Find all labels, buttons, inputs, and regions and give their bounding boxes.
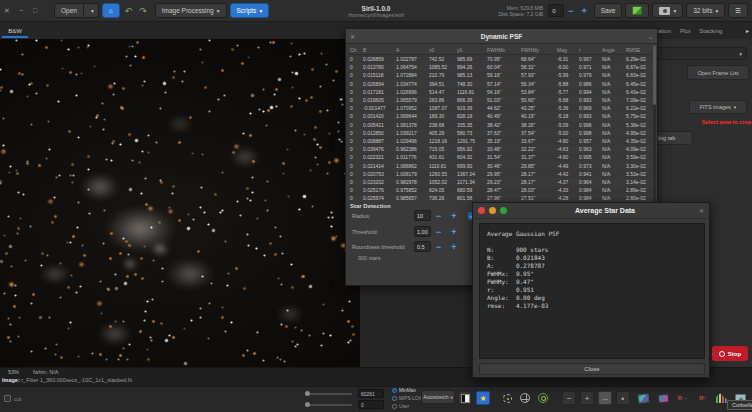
image-canvas[interactable]	[0, 39, 360, 367]
table-row[interactable]: 00.0151181.072884210.79985.1359.16"57.93…	[348, 71, 654, 79]
one-to-one-button[interactable]: ▪	[616, 391, 630, 405]
open-frame-list-button[interactable]: Open Frame List	[687, 65, 749, 80]
table-row[interactable]: 00.0251760.975852624.05680.5928.47"28.03…	[348, 186, 654, 194]
radio-mips-lo-hi[interactable]: MIPS-LO/HI	[392, 396, 425, 401]
fit-to-window-button[interactable]: ↔	[598, 391, 612, 405]
maximize-window-icon[interactable]: □	[28, 7, 42, 14]
fits-images-dropdown[interactable]: FITS images▾	[689, 100, 747, 114]
table-row[interactable]: 00.0137801.0647541085.52994.2660.04"58.3…	[348, 63, 654, 71]
tab-plot[interactable]: Plot	[680, 28, 690, 34]
table-row[interactable]: 00.0232020.9829781052.021171.3429.23"28.…	[348, 178, 654, 186]
table-row[interactable]: 00.0171811.026996514.471116.8154.16"53.8…	[348, 88, 654, 96]
open-button[interactable]: Open	[54, 3, 84, 18]
rgb-shift-button[interactable]: R→	[676, 391, 690, 405]
save-as-button[interactable]	[625, 3, 649, 18]
threshold-input[interactable]: 1.00	[414, 226, 431, 237]
tab-scroll-arrow-icon[interactable]: ▸	[746, 27, 749, 34]
hi-slider-handle[interactable]	[305, 391, 310, 396]
roundness-input[interactable]: 0.5	[414, 241, 431, 252]
hi-value-input[interactable]: 60261	[358, 389, 384, 398]
table-row[interactable]: 00.0014201.069644189.30828.1940.49"40.19…	[348, 112, 654, 120]
scripts-button[interactable]: Scripts▾	[230, 3, 270, 18]
galaxy-blob	[272, 302, 308, 326]
table-row[interactable]: 00.0214141.0868621110.61699.9030.46"29.8…	[348, 161, 654, 169]
table-row[interactable]: 00.0268941.034774394.51748.3057.14"56.34…	[348, 80, 654, 88]
roundness-plus-button[interactable]: +	[446, 242, 461, 252]
avg-psf-text: Average Gaussian PSF N: 900 stars B: 0.0…	[480, 224, 704, 316]
crop-warning-text: Select area to crop	[679, 119, 751, 125]
close-button[interactable]: Close	[479, 363, 705, 375]
cut-checkbox-icon[interactable]	[4, 395, 11, 402]
minimize-window-icon[interactable]: −	[14, 7, 28, 14]
maximize-traffic-light-icon[interactable]	[500, 207, 507, 214]
snapshot-button[interactable]: ▾	[652, 3, 683, 18]
radio-icon[interactable]	[392, 388, 397, 393]
photometry-button[interactable]	[500, 391, 514, 405]
lo-value-input[interactable]: 0	[358, 400, 384, 409]
threshold-minus-button[interactable]: −	[431, 227, 446, 237]
table-row[interactable]: 00.0196051.065579263.86666.3951.03"50.60…	[348, 96, 654, 104]
image-processing-button[interactable]: Image Processing▾	[155, 3, 227, 18]
lo-slider-handle[interactable]	[305, 402, 310, 407]
astrometry-button[interactable]	[518, 391, 532, 405]
radio-user[interactable]: User	[392, 404, 409, 409]
histogram-button[interactable]	[714, 391, 728, 405]
false-color-button[interactable]	[656, 391, 670, 405]
negative-view-button[interactable]	[636, 391, 650, 405]
save-button[interactable]: Save	[594, 3, 623, 18]
table-row[interactable]: 0-0.0014771.0709521087.07919.3944.62"43.…	[348, 104, 654, 112]
tab-ration[interactable]: ration	[656, 28, 671, 34]
radio-icon[interactable]	[392, 396, 397, 401]
psf-dialog-titlebar[interactable]: ✕ Dynamic PSF ⌄	[346, 29, 657, 44]
rgb-align-button[interactable]: R↑	[696, 391, 710, 405]
zoom-out-button[interactable]: −	[562, 391, 576, 405]
table-row[interactable]: 00.0268591.022787742.52985.6970.95"68.64…	[348, 55, 654, 63]
radius-input[interactable]: 10	[414, 210, 431, 221]
lo-slider[interactable]	[306, 404, 352, 406]
spin-minus-button[interactable]: −	[564, 6, 577, 16]
background-sample-button[interactable]	[536, 391, 550, 405]
table-row[interactable]: 00.0128501.039217405.29580.7337.63"37.54…	[348, 129, 654, 137]
spin-plus-button[interactable]: +	[577, 6, 590, 16]
photo-teal-icon	[637, 393, 649, 403]
threshold-plus-button[interactable]: +	[446, 227, 461, 237]
psf-table-scrollbar[interactable]	[653, 45, 656, 203]
radio-icon[interactable]	[392, 404, 397, 409]
bit-depth-dropdown[interactable]: 32 bits▾	[686, 3, 725, 18]
undo-icon[interactable]: ↶	[125, 6, 135, 16]
home-button[interactable]: ⌂	[102, 3, 120, 18]
roundness-minus-button[interactable]: −	[431, 242, 446, 252]
autostretch-dropdown[interactable]: Autostretch▾	[421, 390, 455, 404]
radio-minmax[interactable]: MinMax	[392, 388, 416, 393]
scrollbar-thumb[interactable]	[653, 45, 656, 105]
close-traffic-light-icon[interactable]	[478, 207, 485, 214]
hamburger-menu-icon: ☰	[735, 7, 741, 15]
table-row[interactable]: 00.0054211.081378238.68335.3538.42"38.26…	[348, 121, 654, 129]
cut-toggle[interactable]: cut	[4, 395, 21, 402]
bw-view-button[interactable]	[458, 391, 472, 405]
avg-dialog-titlebar[interactable]: Average Star Data ✕	[473, 203, 709, 219]
open-dropdown-button[interactable]: ▾	[84, 3, 99, 18]
stop-button[interactable]: Stop	[712, 346, 748, 361]
redo-icon[interactable]: ↷	[139, 6, 149, 16]
menu-button[interactable]: ☰	[728, 3, 748, 18]
orange-stars-layer	[0, 39, 1, 40]
close-window-icon[interactable]: ✕	[0, 7, 14, 15]
zoom-spinner-value[interactable]: 0	[548, 4, 564, 17]
hi-slider[interactable]	[306, 393, 352, 395]
minimize-traffic-light-icon[interactable]	[489, 207, 496, 214]
sequence-combobox[interactable]: ▾	[655, 47, 747, 60]
image-name-label: Image: r_Filter 1_360.000secs_-10C_1x1_s…	[2, 377, 132, 383]
dialog-close-icon[interactable]: ✕	[699, 207, 704, 214]
table-row[interactable]: 00.0207531.0081791260.551367.0429.95"28.…	[348, 170, 654, 178]
table-row[interactable]: 00.0088871.0294961218.161291.7535.19"33.…	[348, 137, 654, 145]
star-detection-button[interactable]: ★	[476, 391, 490, 405]
radius-plus-button[interactable]: +	[446, 211, 461, 221]
tab-stacking[interactable]: Stacking	[699, 28, 722, 34]
table-row[interactable]: 00.0394760.962386715.05956.9233.46"32.22…	[348, 145, 654, 153]
radius-minus-button[interactable]: −	[431, 211, 446, 221]
psf-table[interactable]: Ch.BAx0y0FWHMxFWHMyMagrAngleRMSE00.02685…	[348, 45, 654, 202]
zoom-in-button[interactable]: +	[580, 391, 594, 405]
chevron-down-icon[interactable]: ⌄	[648, 33, 653, 40]
table-row[interactable]: 00.0223211.011776431.61604.3231.54"31.37…	[348, 153, 654, 161]
